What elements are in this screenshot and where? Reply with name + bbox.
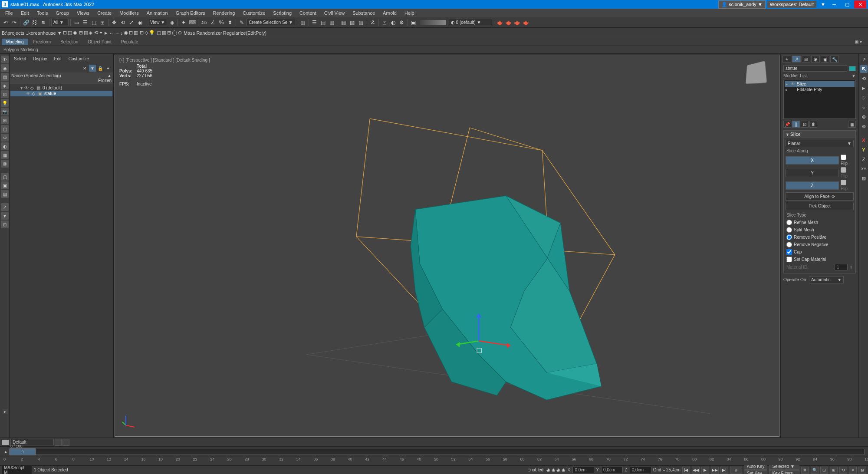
rt-btn-last[interactable]: ⊠: [860, 174, 868, 182]
pivot-button[interactable]: ◈: [168, 19, 176, 26]
mirror-button[interactable]: ▥: [299, 19, 307, 26]
nav-max-toggle-button[interactable]: ⊠: [858, 467, 866, 474]
render-production-button[interactable]: 🫖: [496, 19, 504, 26]
maxscript-listener[interactable]: MAXScript Mi: [2, 464, 32, 474]
flip-y-checkbox[interactable]: Flip: [841, 167, 854, 178]
ref-coord-dropdown[interactable]: View ▼: [148, 19, 167, 26]
align-to-face-button[interactable]: Align to Face ⟳: [786, 192, 854, 201]
lt-btn-8[interactable]: ⊞: [1, 116, 9, 124]
tb2-btn-21[interactable]: ⊞: [167, 30, 171, 36]
cp-tab-utilities[interactable]: 🔧: [830, 56, 839, 63]
toggle-scene-explorer-button[interactable]: ▦: [340, 19, 348, 26]
align-right-button[interactable]: ▥: [328, 19, 336, 26]
lt-btn-1[interactable]: 👁: [1, 56, 9, 63]
render-activeshade-button[interactable]: 🫖: [513, 19, 521, 26]
rt-btn-6[interactable]: ⟐: [860, 103, 868, 111]
active-layer-dropdown[interactable]: ◐ 0 (default) ▼: [449, 19, 492, 26]
se-add-button[interactable]: +: [105, 65, 112, 72]
snap-2d-button[interactable]: 2½: [200, 19, 208, 26]
menu-edit[interactable]: Edit: [17, 10, 33, 16]
lt-btn-2[interactable]: ◉: [1, 64, 9, 72]
ribbon-toggle-icon[interactable]: ▣ ▾: [850, 39, 866, 45]
menu-scripting[interactable]: Scripting: [270, 10, 295, 16]
track-bar-btn-2[interactable]: [62, 439, 69, 446]
menu-group[interactable]: Group: [52, 10, 72, 16]
nav-zoom-extents-button[interactable]: ⊞: [830, 467, 838, 474]
lt-btn-7[interactable]: 📷: [1, 108, 9, 115]
lt-btn-9[interactable]: ◫: [1, 125, 9, 133]
tb2-btn-8[interactable]: ✦: [99, 30, 103, 36]
se-filter-button[interactable]: ▼: [89, 65, 96, 72]
lt-btn-11[interactable]: ◐: [1, 142, 9, 150]
set-cap-material-checkbox[interactable]: Set Cap Material: [786, 256, 854, 263]
align-button[interactable]: ☰: [311, 19, 319, 26]
axis-xy-button[interactable]: XY: [860, 165, 868, 173]
configure-sets-button[interactable]: ▦: [848, 121, 856, 128]
menu-tools[interactable]: Tools: [33, 10, 52, 16]
refine-mesh-radio[interactable]: Refine Mesh: [786, 219, 854, 226]
se-col-frozen[interactable]: ▲ Frozen: [94, 73, 112, 83]
menu-graph-editors[interactable]: Graph Editors: [172, 10, 209, 16]
coord-z-input[interactable]: 0,0cm: [630, 467, 651, 473]
menu-modifiers[interactable]: Modifiers: [116, 10, 142, 16]
slice-plane-dropdown[interactable]: Planar▼: [786, 140, 854, 147]
tb2-btn-7[interactable]: ⟲: [94, 30, 98, 36]
key-filters-button[interactable]: Key Filters...: [769, 470, 799, 474]
se-clear-button[interactable]: ✕: [81, 65, 88, 72]
rendered-frame-button[interactable]: ▣: [410, 19, 418, 26]
se-menu-select[interactable]: Select: [11, 56, 29, 62]
window-crossing-button[interactable]: ⊞: [99, 19, 106, 26]
menu-arnold[interactable]: Arnold: [379, 10, 400, 16]
goto-start-button[interactable]: |◀: [682, 467, 690, 474]
cap-checkbox[interactable]: Cap: [786, 248, 854, 256]
prev-frame-button[interactable]: ◀◀: [692, 467, 700, 474]
menu-file[interactable]: File: [2, 10, 16, 16]
se-menu-edit[interactable]: Edit: [52, 56, 64, 62]
se-col-name[interactable]: Name (Sorted Ascending): [11, 73, 94, 83]
schematic-view-button[interactable]: ⊡: [381, 19, 388, 26]
track-bar-btn-1[interactable]: [55, 439, 62, 446]
maximize-button[interactable]: ▢: [841, 0, 853, 8]
lt-btn-3[interactable]: ▤: [1, 73, 9, 81]
key-mode-button[interactable]: ⊕: [730, 467, 742, 474]
time-slider-expand[interactable]: ▸: [3, 450, 9, 454]
angle-snap-button[interactable]: ∠: [209, 19, 217, 26]
pick-object-button[interactable]: Pick Object: [786, 202, 854, 210]
se-menu-display[interactable]: Display: [30, 56, 50, 62]
select-scale-button[interactable]: ⤢: [128, 19, 135, 26]
minimize-button[interactable]: ─: [828, 0, 840, 8]
tree-row-statue[interactable]: 👁◇▣ statue: [10, 91, 112, 96]
ribbon-tab-populate[interactable]: Populate: [117, 39, 142, 45]
rt-btn-8[interactable]: ⊗: [860, 122, 868, 130]
show-end-result-button[interactable]: ||: [792, 121, 800, 128]
nav-zoom-button[interactable]: 🔍: [811, 467, 819, 474]
tb2-btn-18[interactable]: 💡: [149, 30, 155, 36]
modifier-slice[interactable]: ▸👁Slice: [785, 81, 855, 87]
mass-randomizer-button[interactable]: Mass Randomizer: [184, 30, 222, 36]
cp-tab-motion[interactable]: ◉: [811, 56, 820, 63]
lt-btn-4[interactable]: ◈: [1, 82, 9, 89]
rt-btn-3[interactable]: ⟲: [860, 75, 868, 82]
percent-snap-button[interactable]: %: [217, 19, 225, 26]
render-last-button[interactable]: 🫖: [522, 19, 530, 26]
coord-y-input[interactable]: 0,0cm: [601, 467, 623, 473]
ribbon-tab-object-paint[interactable]: Object Paint: [83, 39, 115, 45]
object-name-input[interactable]: [783, 65, 847, 72]
lt-btn-14[interactable]: ▢: [1, 173, 9, 181]
render-iterative-button[interactable]: 🫖: [505, 19, 513, 26]
rect-region-button[interactable]: ◫: [90, 19, 98, 26]
tb2-btn-16[interactable]: ⊡: [140, 30, 144, 36]
se-lock-button[interactable]: 🔒: [97, 65, 104, 72]
tree-row-default-layer[interactable]: ▾👁◇▦ 0 (default): [10, 85, 112, 91]
next-frame-button[interactable]: ▶▶: [711, 467, 719, 474]
tb2-btn-1[interactable]: ⊡: [63, 30, 67, 36]
cp-tab-create[interactable]: +: [783, 56, 791, 63]
rt-btn-7[interactable]: ⊛: [860, 113, 868, 121]
curve-editor-button[interactable]: ☡: [369, 19, 377, 26]
named-selection-dropdown[interactable]: Create Selection Se ▼: [247, 19, 295, 26]
coord-x-input[interactable]: 0,0cm: [572, 467, 594, 473]
ribbon-tab-selection[interactable]: Selection: [56, 39, 82, 45]
object-color-swatch[interactable]: [849, 66, 856, 71]
tb2-btn-14[interactable]: ⊡: [129, 30, 133, 36]
viewport[interactable]: [+] [Perspective ] [Standard ] [Default …: [115, 55, 779, 437]
